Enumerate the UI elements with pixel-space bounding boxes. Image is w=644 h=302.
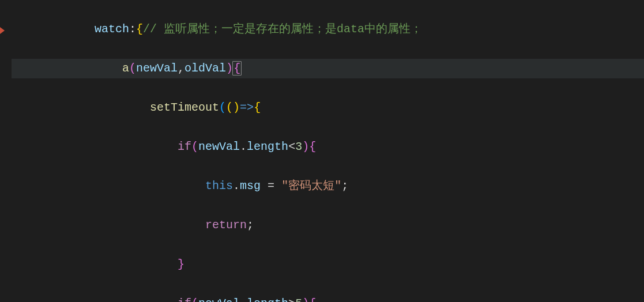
token-operator: = (261, 179, 281, 192)
token-brace: ( (129, 62, 136, 75)
token-string: "密码太短" (281, 179, 341, 192)
token-property: msg (240, 179, 261, 192)
token-keyword: => (240, 101, 254, 114)
token-brace: ( (191, 297, 198, 302)
token-brace: ) (302, 140, 309, 153)
code-line[interactable]: return; (12, 216, 644, 235)
token-number: 5 (295, 297, 302, 302)
token-brace-highlighted: { (232, 61, 242, 76)
token-brace: { (136, 22, 143, 36)
token-comment: // 监听属性；一定是存在的属性；是data中的属性； (143, 22, 422, 36)
token-keyword: return (205, 218, 247, 232)
token-brace: ( (191, 140, 198, 153)
code-line[interactable]: setTimeout(()=>{ (12, 98, 644, 118)
code-line[interactable]: if(newVal.length<3){ (12, 137, 644, 157)
token-keyword: if (178, 140, 191, 153)
token-brace: { (309, 140, 316, 153)
token-property: length (247, 297, 288, 302)
token-operator: > (288, 297, 295, 302)
token-brace: { (254, 101, 261, 114)
token-variable: newVal (136, 62, 178, 75)
token-punct: . (240, 140, 247, 153)
token-brace: { (309, 297, 316, 302)
token-variable: oldVal (184, 62, 226, 75)
token-function: a (122, 62, 129, 75)
token-keyword: if (178, 297, 191, 302)
token-punct: : (129, 22, 136, 36)
token-punct: ; (341, 179, 348, 192)
token-variable: newVal (198, 297, 240, 302)
code-line-active[interactable]: a(newVal,oldVal){ (12, 59, 644, 78)
token-brace: ( (219, 101, 226, 114)
token-number: 3 (295, 140, 302, 153)
breakpoint-arrow-icon[interactable] (0, 27, 5, 34)
token-punct: . (240, 297, 247, 302)
code-line[interactable]: if(newVal.length>5){ (12, 294, 644, 302)
token-punct: . (233, 179, 240, 192)
token-brace: } (178, 258, 184, 271)
code-line[interactable]: this.msg = "密码太短"; (12, 176, 644, 196)
token-punct: , (178, 62, 184, 75)
token-variable: newVal (198, 140, 240, 153)
token-brace: ) (302, 297, 309, 302)
code-line[interactable]: } (12, 255, 644, 274)
token-function: setTimeout (150, 101, 219, 114)
editor-gutter (0, 0, 12, 302)
token-this: this (205, 179, 233, 192)
token-punct: ; (247, 218, 254, 232)
token-property: watch (95, 22, 129, 36)
token-brace: () (226, 101, 240, 114)
token-property: length (247, 140, 288, 153)
token-operator: < (288, 140, 295, 153)
code-editor[interactable]: watch:{// 监听属性；一定是存在的属性；是data中的属性； a(new… (0, 0, 644, 302)
code-line[interactable]: watch:{// 监听属性；一定是存在的属性；是data中的属性； (12, 20, 644, 39)
